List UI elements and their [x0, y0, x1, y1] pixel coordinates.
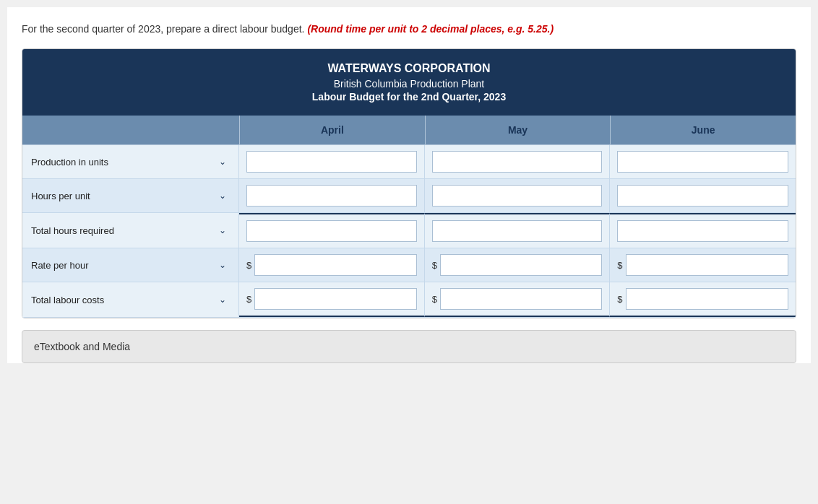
input-april-total-hours[interactable]	[246, 220, 417, 242]
input-cell-april-total-labour: $	[239, 282, 425, 317]
input-june-total-labour[interactable]	[626, 288, 788, 310]
label-total-hours: Total hours required ⌄	[22, 213, 239, 248]
col-header-april: April	[239, 116, 425, 144]
input-cell-june-production	[610, 145, 796, 178]
input-june-rate[interactable]	[626, 254, 788, 276]
etextbook-label: eTextbook and Media	[34, 341, 130, 352]
row-rate-per-hour: Rate per hour ⌄ $ $ $	[22, 248, 796, 282]
input-cell-june-rate: $	[610, 248, 796, 282]
input-may-hours[interactable]	[432, 185, 603, 207]
input-cell-may-total-hours	[425, 213, 611, 248]
company-name: WATERWAYS CORPORATION	[30, 62, 788, 75]
input-cell-may-rate: $	[425, 248, 611, 282]
instruction-highlight: (Round time per unit to 2 decimal places…	[307, 23, 554, 35]
label-hours-per-unit: Hours per unit ⌄	[22, 179, 239, 212]
column-headers: April May June	[22, 116, 796, 145]
col-header-june: June	[610, 116, 796, 144]
chevron-total-hours[interactable]: ⌄	[215, 223, 230, 238]
input-cell-april-hours	[239, 179, 425, 212]
dollar-may-rate: $	[432, 260, 437, 271]
chevron-total-labour[interactable]: ⌄	[215, 292, 230, 307]
input-cell-may-total-labour: $	[425, 282, 611, 317]
dollar-may-labour: $	[432, 294, 437, 305]
chevron-production-units[interactable]: ⌄	[215, 155, 230, 169]
input-june-production[interactable]	[617, 151, 788, 173]
label-total-labour: Total labour costs ⌄	[22, 282, 239, 317]
budget-title: Labour Budget for the 2nd Quarter, 2023	[30, 91, 788, 103]
input-cell-april-total-hours	[239, 213, 425, 248]
input-may-rate[interactable]	[440, 254, 602, 276]
label-production-units: Production in units ⌄	[22, 145, 239, 178]
input-cell-april-production	[239, 145, 425, 178]
input-april-hours[interactable]	[246, 185, 417, 207]
input-cell-april-rate: $	[239, 248, 425, 282]
chevron-rate-per-hour[interactable]: ⌄	[215, 258, 230, 272]
budget-table: WATERWAYS CORPORATION British Columbia P…	[22, 48, 796, 318]
chevron-hours-per-unit[interactable]: ⌄	[215, 188, 230, 203]
input-may-total-labour[interactable]	[440, 288, 602, 310]
col-header-may: May	[425, 116, 611, 144]
row-production-units: Production in units ⌄	[22, 145, 796, 179]
col-header-label	[22, 116, 239, 144]
instruction-main: For the second quarter of 2023, prepare …	[22, 23, 304, 35]
page-container: For the second quarter of 2023, prepare …	[7, 7, 811, 363]
dollar-june-labour: $	[617, 294, 622, 305]
etextbook-bar[interactable]: eTextbook and Media	[22, 330, 796, 363]
input-april-rate[interactable]	[254, 254, 416, 276]
input-cell-june-total-labour: $	[610, 282, 796, 317]
input-april-production[interactable]	[246, 151, 417, 173]
input-may-total-hours[interactable]	[432, 220, 603, 242]
dollar-april-rate: $	[246, 260, 251, 271]
input-cell-june-total-hours	[610, 213, 796, 248]
dollar-june-rate: $	[617, 260, 622, 271]
input-june-total-hours[interactable]	[617, 220, 788, 242]
table-header: WATERWAYS CORPORATION British Columbia P…	[22, 49, 796, 116]
dollar-april-labour: $	[246, 294, 251, 305]
row-hours-per-unit: Hours per unit ⌄	[22, 179, 796, 213]
data-rows: Production in units ⌄ Hours per unit ⌄	[22, 145, 796, 318]
input-april-total-labour[interactable]	[254, 288, 416, 310]
row-total-labour: Total labour costs ⌄ $ $ $	[22, 282, 796, 318]
row-total-hours: Total hours required ⌄	[22, 213, 796, 248]
plant-subtitle: British Columbia Production Plant	[30, 78, 788, 90]
input-may-production[interactable]	[432, 151, 603, 173]
input-cell-june-hours	[610, 179, 796, 212]
label-rate-per-hour: Rate per hour ⌄	[22, 248, 239, 282]
input-cell-may-hours	[425, 179, 611, 212]
input-june-hours[interactable]	[617, 185, 788, 207]
instruction-text: For the second quarter of 2023, prepare …	[22, 22, 796, 37]
input-cell-may-production	[425, 145, 611, 178]
